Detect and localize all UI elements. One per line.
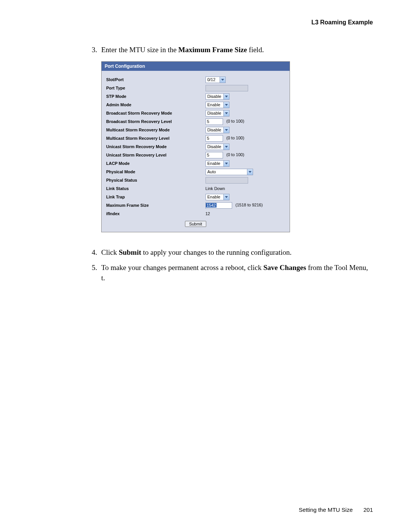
step-4-text-pre: Click: [101, 248, 119, 256]
label-lacp-mode: LACP Mode: [105, 159, 205, 168]
max-frame-value: 1542: [206, 203, 217, 208]
step-3-text-pre: Enter the MTU size in the: [101, 46, 178, 54]
select-phys-mode[interactable]: Auto: [206, 169, 253, 175]
config-table: Slot/Port 0/12 Port Type: [105, 75, 286, 218]
select-bcast-mode[interactable]: Disable: [206, 110, 229, 117]
hint-max-frame: (1518 to 9216): [236, 203, 263, 207]
panel-title: Port Configuration: [102, 62, 290, 71]
select-lacp-mode[interactable]: Enable: [206, 160, 229, 167]
footer-section: Setting the MTU Size: [299, 506, 353, 513]
select-mcast-mode[interactable]: Disable: [206, 127, 229, 133]
step-4-bold: Submit: [119, 248, 141, 256]
label-bcast-level: Broadcast Storm Recovery Level: [105, 117, 205, 126]
label-mcast-mode: Multicast Storm Recovery Mode: [105, 126, 205, 134]
select-value: Auto: [206, 169, 247, 175]
step-3-bold: Maximum Frame Size: [178, 46, 247, 54]
select-value: Disable: [206, 127, 224, 133]
chevron-down-icon: [224, 127, 229, 133]
select-value: Disable: [206, 144, 224, 150]
input-ucast-level[interactable]: 5: [206, 152, 223, 158]
chevron-down-icon: [224, 144, 229, 150]
chevron-down-icon: [224, 160, 229, 167]
submit-button[interactable]: Submit: [185, 221, 206, 227]
label-link-status: Link Status: [105, 184, 205, 193]
select-slot-port[interactable]: 0/12: [206, 77, 226, 83]
select-link-trap[interactable]: Enable: [206, 194, 229, 200]
step-5-text-pre: To make your changes permanent across a …: [101, 264, 263, 272]
step-3: Enter the MTU size in the Maximum Frame …: [99, 45, 373, 232]
hint-mcast-level: (0 to 100): [226, 136, 244, 140]
chevron-down-icon: [220, 77, 226, 83]
select-value: Disable: [206, 93, 224, 100]
port-type-field: [206, 85, 248, 91]
select-stp-mode[interactable]: Disable: [206, 93, 229, 100]
label-link-trap: Link Trap: [105, 193, 205, 201]
select-value: Enable: [206, 102, 224, 108]
hint-bcast-level: (0 to 100): [226, 119, 244, 123]
label-mcast-level: Multicast Storm Recovery Level: [105, 134, 205, 142]
instruction-list: Enter the MTU size in the Maximum Frame …: [38, 45, 373, 283]
select-admin-mode[interactable]: Enable: [206, 102, 229, 108]
label-phys-mode: Physical Mode: [105, 168, 205, 176]
header-title: L3 Roaming Example: [311, 19, 373, 26]
label-bcast-mode: Broadcast Storm Recovery Mode: [105, 109, 205, 117]
page-header: L3 Roaming Example: [38, 19, 373, 26]
label-stp-mode: STP Mode: [105, 92, 205, 101]
label-phys-status: Physical Status: [105, 176, 205, 184]
select-value: Disable: [206, 110, 224, 117]
label-ifindex: ifIndex: [105, 209, 205, 218]
select-value: Enable: [206, 194, 224, 200]
port-configuration-panel: Port Configuration Slot/Port 0/12: [101, 61, 290, 232]
label-max-frame: Maximum Frame Size: [105, 201, 205, 209]
label-ucast-mode: Unicast Storm Recovery Mode: [105, 142, 205, 151]
select-value: 0/12: [206, 77, 220, 83]
input-bcast-level[interactable]: 5: [206, 118, 223, 125]
chevron-down-icon: [224, 110, 229, 117]
link-status-value: Link Down: [206, 186, 225, 191]
step-5-bold: Save Changes: [263, 264, 306, 272]
label-slot-port: Slot/Port: [105, 75, 205, 84]
chevron-down-icon: [224, 93, 229, 100]
phys-status-field: [206, 177, 248, 184]
input-max-frame[interactable]: 1542: [206, 202, 232, 209]
hint-ucast-level: (0 to 100): [226, 152, 244, 157]
select-value: Enable: [206, 160, 224, 167]
ifindex-value: 12: [206, 211, 210, 216]
page-footer: Setting the MTU Size 201: [299, 506, 373, 513]
input-mcast-level[interactable]: 5: [206, 135, 223, 142]
label-admin-mode: Admin Mode: [105, 101, 205, 109]
step-4-text-post: to apply your changes to the running con…: [141, 248, 292, 256]
select-ucast-mode[interactable]: Disable: [206, 144, 229, 150]
label-port-type: Port Type: [105, 84, 205, 92]
label-ucast-level: Unicast Storm Recovery Level: [105, 151, 205, 159]
step-3-text-post: field.: [247, 46, 264, 54]
chevron-down-icon: [247, 169, 253, 175]
footer-page-number: 201: [363, 506, 373, 513]
step-5: To make your changes permanent across a …: [99, 263, 373, 283]
chevron-down-icon: [224, 194, 229, 200]
chevron-down-icon: [224, 102, 229, 108]
step-4: Click Submit to apply your changes to th…: [99, 248, 373, 258]
